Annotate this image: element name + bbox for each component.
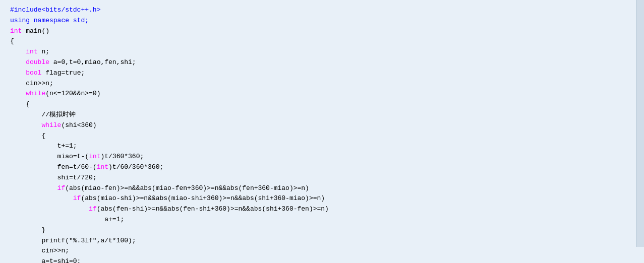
code-line: a+=1; (10, 215, 634, 225)
code-line: #include<bits/stdc++.h> (10, 5, 634, 16)
code-line: while(shi<360) (10, 120, 634, 131)
scrollbar[interactable] (636, 0, 644, 247)
code-line: { (10, 36, 634, 47)
code-line: bool flag=true; (10, 68, 634, 79)
code-line: cin>>n; (10, 79, 634, 89)
code-line: int main() (10, 26, 634, 37)
code-line: if(abs(fen-shi)>=n&&abs(fen-shi+360)>=n&… (10, 204, 634, 215)
code-line: { (10, 99, 634, 110)
code-line: if(abs(miao-fen)>=n&&abs(miao-fen+360)>=… (10, 183, 634, 194)
code-line: //模拟时钟 (10, 110, 634, 120)
code-line: int n; (10, 47, 634, 57)
code-line: printf("%.3lf",a/t*100); (10, 236, 634, 246)
code-line: t+=1; (10, 141, 634, 152)
code-line: if(abs(miao-shi)>=n&&abs(miao-shi+360)>=… (10, 193, 634, 204)
code-line: } (10, 225, 634, 236)
code-area: #include<bits/stdc++.h>using namespace s… (0, 0, 644, 263)
code-line: a=t=shi=0; (10, 256, 634, 263)
code-line: fen=t/60-(int)t/60/360*360; (10, 162, 634, 173)
code-line: double a=0,t=0,miao,fen,shi; (10, 57, 634, 68)
code-line: miao=t-(int)t/360*360; (10, 152, 634, 162)
code-line: cin>>n; (10, 246, 634, 256)
code-line: shi=t/720; (10, 173, 634, 183)
code-line: { (10, 131, 634, 142)
code-line: using namespace std; (10, 16, 634, 26)
code-line: while(n<=120&&n>=0) (10, 89, 634, 99)
